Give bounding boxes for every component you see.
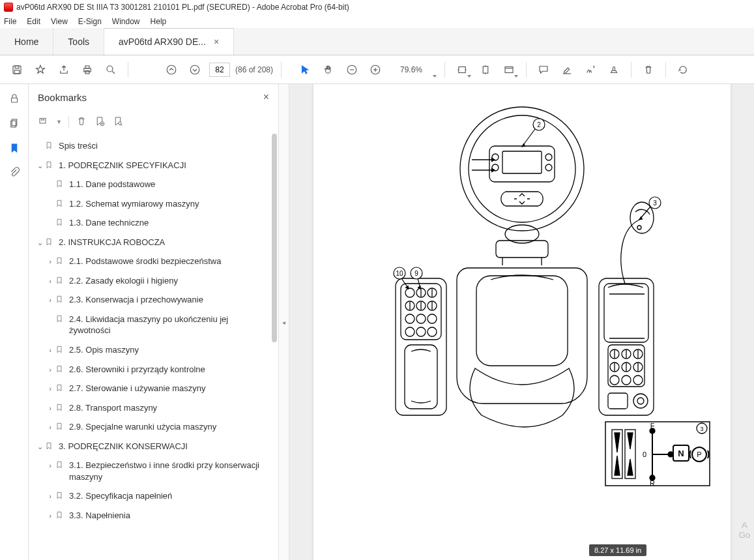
- bookmark-item[interactable]: ⌄2. INSTRUKCJA ROBOCZA: [29, 233, 274, 252]
- menu-file[interactable]: File: [4, 17, 16, 26]
- new-bookmark-icon[interactable]: [94, 115, 106, 129]
- fit-page-button[interactable]: [475, 59, 496, 80]
- svg-point-75: [633, 376, 643, 385]
- chevron-icon[interactable]: ›: [46, 295, 55, 305]
- share-button[interactable]: [53, 59, 74, 80]
- chevron-icon[interactable]: ›: [46, 365, 55, 375]
- pages-icon[interactable]: [8, 117, 21, 130]
- close-panel-icon[interactable]: ×: [263, 91, 269, 103]
- menu-window[interactable]: Window: [112, 17, 140, 26]
- lock-icon[interactable]: [8, 92, 21, 105]
- bookmark-item[interactable]: ›2.6. Sterowniki i przyrządy kontrolne: [29, 360, 274, 379]
- tab-close-icon[interactable]: ×: [214, 37, 219, 47]
- options-icon[interactable]: [38, 115, 50, 129]
- select-tool[interactable]: [295, 59, 315, 80]
- svg-rect-65: [604, 284, 648, 342]
- bookmark-ribbon-icon: [55, 345, 65, 355]
- bookmark-item[interactable]: 1.1. Dane podstawowe: [29, 175, 274, 194]
- menu-esign[interactable]: E-Sign: [78, 17, 102, 26]
- bookmark-label: 2.1. Podstawowe środki bezpieczeństwa: [69, 256, 221, 267]
- bookmark-ribbon-icon: [55, 510, 65, 521]
- chevron-icon[interactable]: ›: [46, 422, 55, 432]
- bookmark-item[interactable]: ›2.1. Podstawowe środki bezpieczeństwa: [29, 252, 274, 271]
- zoom-in-button[interactable]: [365, 59, 386, 80]
- bookmark-item[interactable]: 1.3. Dane techniczne: [29, 213, 274, 233]
- chevron-icon[interactable]: ⌄: [35, 238, 44, 248]
- chevron-icon[interactable]: ›: [46, 346, 55, 355]
- bookmark-item[interactable]: Spis treści: [29, 136, 274, 156]
- separator: [128, 62, 128, 78]
- save-button[interactable]: [7, 59, 27, 80]
- bookmark-ribbon-icon: [55, 364, 65, 375]
- fit-width-button[interactable]: [452, 59, 472, 80]
- bookmark-item[interactable]: ⌄3. PODRĘCZNIK KONSERWACJI: [29, 437, 274, 456]
- delete-bookmark-icon[interactable]: [76, 115, 87, 129]
- svg-line-7: [112, 71, 115, 74]
- bookmark-item[interactable]: ›2.9. Specjalne warunki użycia maszyny: [29, 417, 274, 437]
- comment-button[interactable]: [533, 59, 554, 80]
- attachments-icon[interactable]: [8, 166, 21, 179]
- tab-tools[interactable]: Tools: [53, 28, 104, 55]
- svg-point-83: [637, 398, 644, 404]
- menu-edit[interactable]: Edit: [27, 17, 40, 26]
- bookmark-item[interactable]: 1.2. Schemat wymiarowy maszyny: [29, 194, 274, 214]
- panel-collapse-handle[interactable]: [279, 84, 289, 560]
- stamp-button[interactable]: [603, 59, 624, 80]
- bookmarks-list[interactable]: Spis treści⌄1. PODRĘCZNIK SPECYFIKACJI1.…: [29, 134, 278, 560]
- bookmark-ribbon-icon: [55, 383, 65, 394]
- bookmark-item[interactable]: ›2.2. Zasady ekologii i higieny: [29, 271, 274, 291]
- bookmark-label: 2.6. Sterowniki i przyrządy kontrolne: [69, 364, 205, 376]
- page-down-button[interactable]: [184, 59, 205, 80]
- bookmark-item[interactable]: ›2.5. Opis maszyny: [29, 340, 274, 360]
- read-mode-button[interactable]: [499, 59, 519, 80]
- refresh-button[interactable]: [673, 59, 693, 80]
- svg-point-29: [460, 107, 584, 231]
- find-bookmark-icon[interactable]: [112, 115, 124, 129]
- bookmarks-panel: Bookmarks × ▼ Spis treści⌄1. PODRĘCZNIK …: [29, 84, 279, 560]
- menu-view[interactable]: View: [51, 17, 68, 26]
- bookmark-item[interactable]: ›2.3. Konserwacja i przechowywanie: [29, 290, 274, 310]
- chevron-icon[interactable]: ›: [46, 404, 55, 413]
- scrollbar-thumb[interactable]: [272, 134, 277, 342]
- tab-home[interactable]: Home: [0, 28, 53, 55]
- chevron-icon[interactable]: ›: [46, 257, 55, 267]
- bookmarks-icon[interactable]: [8, 141, 21, 155]
- svg-rect-20: [11, 98, 17, 102]
- chevron-icon[interactable]: ⌄: [35, 161, 44, 171]
- bookmark-item[interactable]: ›3.3. Napełnienia: [29, 506, 274, 525]
- highlight-button[interactable]: [557, 59, 577, 80]
- bookmark-item[interactable]: ⌄1. PODRĘCZNIK SPECYFIKACJI: [29, 156, 274, 175]
- sign-button[interactable]: [580, 59, 601, 80]
- bookmark-item[interactable]: ›2.7. Sterowanie i używanie maszyny: [29, 379, 274, 398]
- star-button[interactable]: [30, 59, 51, 80]
- svg-point-53: [416, 314, 426, 323]
- bookmark-item[interactable]: ›2.8. Transport maszyny: [29, 398, 274, 418]
- chevron-icon[interactable]: ⌄: [35, 442, 44, 452]
- document-area[interactable]: 2 3 10 9 3: [289, 84, 754, 560]
- print-button[interactable]: [77, 59, 98, 80]
- svg-rect-44: [396, 278, 446, 415]
- menu-help[interactable]: Help: [151, 17, 167, 26]
- scrollbar-track[interactable]: [270, 134, 278, 560]
- bookmark-ribbon-icon: [44, 441, 55, 452]
- chevron-icon[interactable]: ›: [46, 276, 55, 286]
- hand-tool[interactable]: [318, 59, 339, 80]
- tab-document[interactable]: avP06td ARX90 DE... ×: [104, 28, 234, 55]
- delete-button[interactable]: [638, 59, 659, 80]
- chevron-icon[interactable]: ›: [46, 461, 55, 471]
- bookmark-item[interactable]: 2.4. Likwidacja maszyny po ukończeniu je…: [29, 310, 274, 340]
- svg-text:N: N: [678, 449, 684, 458]
- zoom-out-button[interactable]: [341, 59, 362, 80]
- separator: [444, 62, 445, 78]
- svg-rect-2: [14, 70, 20, 73]
- chevron-icon[interactable]: ›: [46, 384, 55, 394]
- chevron-icon[interactable]: ›: [46, 511, 55, 521]
- zoom-dropdown[interactable]: [426, 59, 438, 80]
- svg-text:3: 3: [700, 426, 703, 432]
- find-button[interactable]: [100, 59, 121, 80]
- page-number-input[interactable]: [209, 63, 230, 77]
- page-up-button[interactable]: [161, 59, 182, 80]
- bookmark-item[interactable]: ›3.2. Specyfikacja napełnień: [29, 486, 274, 506]
- chevron-icon[interactable]: ›: [46, 492, 55, 501]
- bookmark-item[interactable]: ›3.1. Bezpieczeństwo i inne środki przy …: [29, 456, 274, 486]
